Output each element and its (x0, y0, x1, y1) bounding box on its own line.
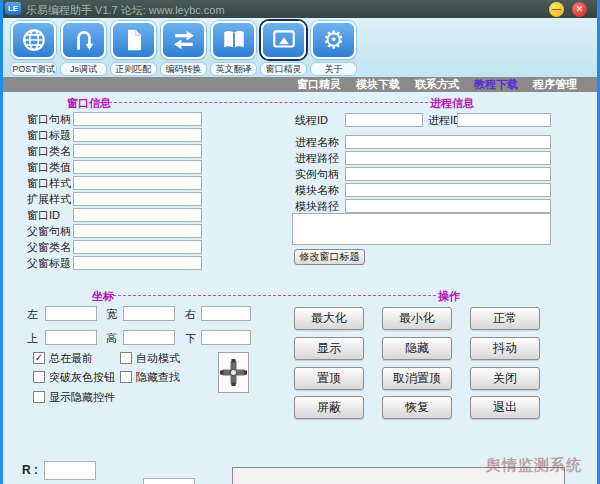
book-icon (211, 21, 256, 59)
toolbar-button-regex[interactable]: 正则匹配 (110, 21, 157, 74)
nav-item-tutorial-download[interactable]: 教程下载 (474, 77, 518, 92)
action-button-maximize[interactable]: 最大化 (294, 307, 364, 330)
checkbox-break-gray-button[interactable] (33, 371, 45, 383)
window-style-field[interactable] (73, 176, 202, 190)
instance-handle-field[interactable] (345, 167, 551, 181)
toolbar-button-post-test[interactable]: POST测试 (10, 21, 57, 74)
parent-handle-field[interactable] (73, 224, 202, 238)
window-finder-tool[interactable] (218, 352, 249, 393)
field-label: 窗口类名 (27, 144, 71, 158)
coord-label-width: 宽 (106, 307, 117, 321)
field-label: 窗口类值 (27, 160, 71, 174)
r-value-field[interactable] (44, 461, 96, 480)
action-button-shake[interactable]: 抖动 (470, 337, 540, 360)
action-button-show[interactable]: 显示 (294, 337, 364, 360)
parent-title-field[interactable] (73, 256, 202, 270)
window-title-field[interactable] (73, 128, 202, 142)
screen-icon (261, 21, 306, 59)
crosshair-icon (220, 359, 247, 386)
checkbox-show-hidden-controls[interactable] (33, 391, 45, 403)
window-border-left (0, 0, 3, 484)
field-label: 窗口标题 (27, 128, 71, 142)
checkbox-hide-find[interactable] (120, 371, 132, 383)
nav-item-module-download[interactable]: 模块下载 (356, 77, 400, 92)
toolbar: POST测试 Js调试 正则匹配 编码转换 英文翻译 (0, 18, 600, 77)
coord-height-field[interactable] (123, 330, 175, 345)
nav-item-program-manage[interactable]: 程序管理 (533, 77, 577, 92)
group-header-actions: 操作 (438, 289, 460, 304)
process-path-field[interactable] (345, 151, 551, 165)
field-label: 窗口样式 (27, 176, 71, 190)
action-button-block[interactable]: 屏蔽 (294, 396, 364, 419)
coord-bottom-field[interactable] (201, 330, 251, 345)
toolbar-button-label: Js调试 (60, 62, 107, 76)
toolbar-button-encode[interactable]: 编码转换 (160, 21, 207, 74)
bottom-partial-field[interactable] (143, 478, 195, 484)
field-label: 窗口句柄 (27, 112, 71, 126)
module-name-field[interactable] (345, 183, 551, 197)
field-label: 模块路径 (295, 199, 339, 213)
uturn-arrow-icon (61, 21, 106, 59)
action-button-cancel-topmost[interactable]: 取消置顶 (382, 367, 452, 390)
parent-class-field[interactable] (73, 240, 202, 254)
coord-label-left: 左 (27, 307, 38, 321)
watermark-text: 舆情监测系统 (486, 456, 582, 475)
divider-dashed (99, 102, 428, 103)
new-title-textarea[interactable] (292, 213, 551, 245)
window-title: 乐易编程助手 V1.7 论坛: www.leybc.com (26, 3, 225, 18)
group-header-coords: 坐标 (92, 289, 114, 304)
checkbox-label: 突破灰色按钮 (49, 370, 115, 384)
nav-item-window-spy[interactable]: 窗口精灵 (297, 77, 341, 92)
window-class-field[interactable] (73, 144, 202, 158)
field-label: 进程名称 (295, 135, 339, 149)
modify-title-button[interactable]: 修改窗口标题 (294, 249, 365, 265)
checkbox-always-on-top[interactable]: ✓ (33, 352, 45, 364)
minimize-button[interactable]: — (549, 2, 564, 17)
toolbar-button-about[interactable]: ⚙ 关于 (310, 21, 357, 74)
toolbar-button-label: 编码转换 (160, 62, 207, 76)
app-window: LE 乐易编程助手 V1.7 论坛: www.leybc.com — ✕ POS… (0, 0, 600, 484)
gear-icon: ⚙ (311, 21, 356, 59)
window-class-value-field[interactable] (73, 160, 202, 174)
coord-right-field[interactable] (201, 306, 251, 321)
coord-width-field[interactable] (123, 306, 175, 321)
globe-icon (11, 21, 56, 59)
action-button-normal[interactable]: 正常 (470, 307, 540, 330)
document-icon (111, 21, 156, 59)
group-header-process-info: 进程信息 (430, 96, 474, 111)
nav-bar: 窗口精灵 模块下载 联系方式 教程下载 程序管理 (0, 77, 597, 92)
toolbar-button-translate[interactable]: 英文翻译 (210, 21, 257, 74)
module-path-field[interactable] (345, 199, 551, 213)
checkbox-auto-mode[interactable] (120, 352, 132, 364)
field-label: 窗口ID (27, 208, 60, 222)
field-label: 父窗标题 (27, 256, 71, 270)
window-id-field[interactable] (73, 208, 202, 222)
process-name-field[interactable] (345, 135, 551, 149)
toolbar-button-js-debug[interactable]: Js调试 (60, 21, 107, 74)
field-label: 进程路径 (295, 151, 339, 165)
action-button-minimize[interactable]: 最小化 (382, 307, 452, 330)
coord-top-field[interactable] (45, 330, 97, 345)
action-button-close-window[interactable]: 关闭 (470, 367, 540, 390)
toolbar-button-label: 正则匹配 (110, 62, 157, 76)
action-button-topmost[interactable]: 置顶 (294, 367, 364, 390)
action-button-hide[interactable]: 隐藏 (382, 337, 452, 360)
thread-id-field[interactable] (345, 113, 423, 127)
coord-left-field[interactable] (45, 306, 97, 321)
field-label: 线程ID (295, 113, 328, 127)
action-button-restore[interactable]: 恢复 (382, 396, 452, 419)
action-button-exit[interactable]: 退出 (470, 396, 540, 419)
close-button[interactable]: ✕ (572, 2, 587, 17)
field-label: 模块名称 (295, 183, 339, 197)
ex-style-field[interactable] (73, 192, 202, 206)
checkbox-label: 隐藏查找 (136, 370, 180, 384)
process-id-field[interactable] (457, 113, 551, 127)
title-bar: LE 乐易编程助手 V1.7 论坛: www.leybc.com — ✕ (0, 0, 600, 18)
toolbar-button-window-spy[interactable]: 窗口精灵 (260, 21, 307, 74)
checkbox-label: 自动模式 (136, 351, 180, 365)
nav-item-contact[interactable]: 联系方式 (415, 77, 459, 92)
coord-label-top: 上 (27, 331, 38, 345)
checkbox-label: 总在最前 (49, 351, 93, 365)
window-handle-field[interactable] (73, 112, 202, 126)
app-logo-icon: LE (5, 2, 21, 15)
